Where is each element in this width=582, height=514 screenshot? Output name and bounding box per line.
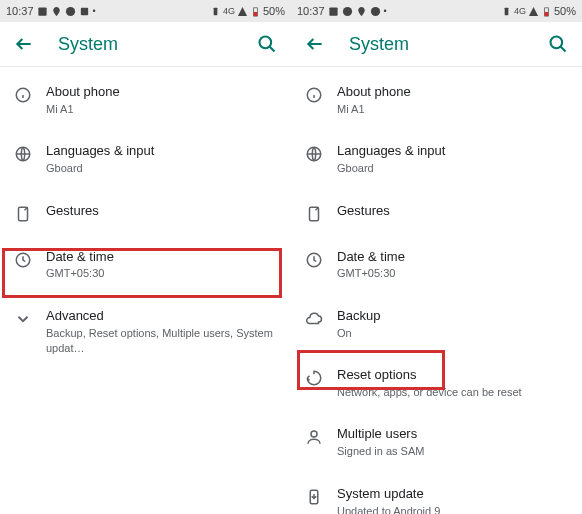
svg-rect-0: [38, 7, 46, 15]
status-right: 4G 50%: [501, 5, 576, 17]
svg-point-6: [260, 37, 272, 49]
status-time: 10:37: [297, 5, 325, 17]
pin-icon: [356, 6, 367, 17]
status-left: 10:37 •: [297, 5, 387, 17]
svg-rect-16: [545, 11, 549, 15]
vibrate-icon: [210, 6, 221, 17]
advanced-item[interactable]: Advanced Backup, Reset options, Multiple…: [0, 295, 291, 370]
settings-list: About phone Mi A1 Languages & input Gboa…: [291, 67, 582, 514]
languages-title: Languages & input: [46, 143, 154, 160]
about-phone-title: About phone: [46, 84, 120, 101]
list-text: Languages & input Gboard: [46, 143, 154, 176]
whatsapp-icon: [65, 6, 76, 17]
datetime-sub: GMT+05:30: [46, 266, 114, 281]
list-text: Languages & input Gboard: [337, 143, 445, 176]
datetime-sub: GMT+05:30: [337, 266, 405, 281]
gestures-item[interactable]: Gestures: [291, 190, 582, 236]
screen-right: 10:37 • 4G 50% System About phone Mi A1: [291, 0, 582, 514]
photo-icon: [328, 6, 339, 17]
list-text: System update Updated to Android 9: [337, 486, 440, 514]
multiple-users-item[interactable]: Multiple users Signed in as SAM: [291, 413, 582, 472]
backup-sub: On: [337, 326, 380, 341]
list-text: Multiple users Signed in as SAM: [337, 426, 424, 459]
datetime-title: Date & time: [337, 249, 405, 266]
languages-item[interactable]: Languages & input Gboard: [291, 130, 582, 189]
svg-point-22: [311, 431, 317, 437]
list-text: Advanced Backup, Reset options, Multiple…: [46, 308, 277, 357]
languages-item[interactable]: Languages & input Gboard: [0, 130, 291, 189]
info-icon: [14, 84, 46, 104]
clock-icon: [14, 249, 46, 269]
svg-rect-5: [254, 11, 258, 15]
multiuser-sub: Signed in as SAM: [337, 444, 424, 459]
globe-icon: [14, 143, 46, 163]
system-update-item[interactable]: System update Updated to Android 9: [291, 473, 582, 514]
about-phone-title: About phone: [337, 84, 411, 101]
about-phone-sub: Mi A1: [46, 102, 120, 117]
status-left: 10:37 •: [6, 5, 96, 17]
signal-icon: [528, 6, 539, 17]
globe-icon: [305, 143, 337, 163]
gestures-item[interactable]: Gestures: [0, 190, 291, 236]
svg-rect-2: [80, 7, 87, 14]
list-text: Gestures: [337, 203, 390, 220]
backup-item[interactable]: Backup On: [291, 295, 582, 354]
status-right: 4G 50%: [210, 5, 285, 17]
battery-percent: 50%: [263, 5, 285, 17]
advanced-title: Advanced: [46, 308, 277, 325]
back-icon[interactable]: [305, 34, 325, 54]
search-icon[interactable]: [257, 34, 277, 54]
list-text: Date & time GMT+05:30: [337, 249, 405, 282]
about-phone-sub: Mi A1: [337, 102, 411, 117]
back-icon[interactable]: [14, 34, 34, 54]
info-icon: [305, 84, 337, 104]
app-bar: System: [291, 22, 582, 66]
search-icon[interactable]: [548, 34, 568, 54]
update-icon: [305, 486, 337, 506]
about-phone-item[interactable]: About phone Mi A1: [291, 71, 582, 130]
sysupdate-sub: Updated to Android 9: [337, 504, 440, 514]
gestures-title: Gestures: [46, 203, 99, 220]
settings-list: About phone Mi A1 Languages & input Gboa…: [0, 67, 291, 370]
app-bar-title: System: [58, 34, 118, 55]
svg-rect-3: [214, 7, 218, 14]
gestures-title: Gestures: [337, 203, 390, 220]
languages-sub: Gboard: [46, 161, 154, 176]
languages-sub: Gboard: [337, 161, 445, 176]
vibrate-icon: [501, 6, 512, 17]
user-icon: [305, 426, 337, 446]
status-bar: 10:37 • 4G 50%: [291, 0, 582, 22]
advanced-sub: Backup, Reset options, Multiple users, S…: [46, 326, 277, 357]
languages-title: Languages & input: [337, 143, 445, 160]
gestures-icon: [305, 203, 337, 223]
svg-rect-11: [329, 7, 337, 15]
app-bar: System: [0, 22, 291, 66]
status-time: 10:37: [6, 5, 34, 17]
whatsapp-icon: [370, 6, 381, 17]
sysupdate-title: System update: [337, 486, 440, 503]
about-phone-item[interactable]: About phone Mi A1: [0, 71, 291, 130]
gallery-icon: [79, 6, 90, 17]
reset-sub: Network, apps, or device can be reset: [337, 385, 522, 400]
network-label: 4G: [223, 6, 235, 16]
datetime-item[interactable]: Date & time GMT+05:30: [0, 236, 291, 295]
list-text: Date & time GMT+05:30: [46, 249, 114, 282]
status-bar: 10:37 • 4G 50%: [0, 0, 291, 22]
chevron-down-icon: [14, 308, 46, 328]
clock-icon: [305, 249, 337, 269]
svg-rect-14: [505, 7, 509, 14]
datetime-item[interactable]: Date & time GMT+05:30: [291, 236, 582, 295]
list-text: About phone Mi A1: [337, 84, 411, 117]
reset-item[interactable]: Reset options Network, apps, or device c…: [291, 354, 582, 413]
list-text: Backup On: [337, 308, 380, 341]
status-more: •: [384, 6, 387, 16]
battery-icon: [250, 6, 261, 17]
list-text: About phone Mi A1: [46, 84, 120, 117]
list-text: Gestures: [46, 203, 99, 220]
datetime-title: Date & time: [46, 249, 114, 266]
battery-icon: [541, 6, 552, 17]
svg-point-17: [551, 37, 563, 49]
backup-title: Backup: [337, 308, 380, 325]
network-label: 4G: [514, 6, 526, 16]
battery-percent: 50%: [554, 5, 576, 17]
